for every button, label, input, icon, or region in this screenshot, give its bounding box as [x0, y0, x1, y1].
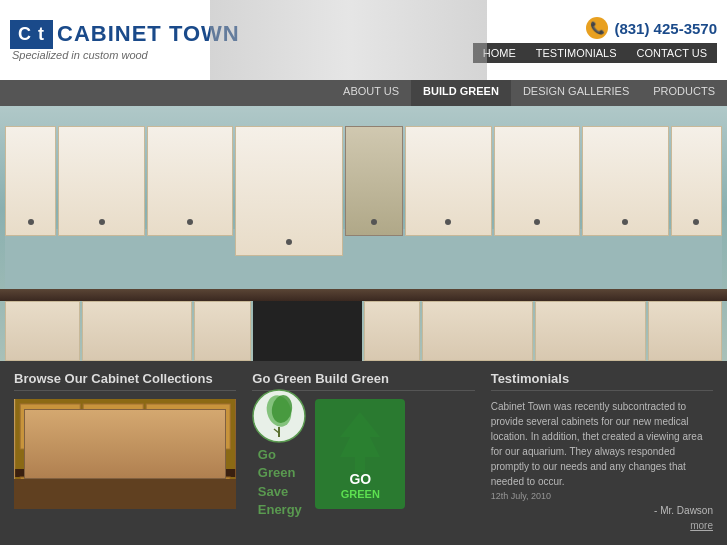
svg-rect-2 [83, 404, 143, 449]
go-green-leaf-icon [252, 389, 307, 444]
nav-about[interactable]: ABOUT US [331, 80, 411, 106]
svg-point-14 [145, 454, 151, 460]
top-nav: HOME TESTIMONIALS CONTACT US [473, 43, 717, 63]
go-green-badge-svg [325, 407, 395, 477]
svg-rect-1 [20, 404, 80, 449]
cabinet-collections-card: Browse Our Cabinet Collections [10, 371, 240, 535]
hero-image [0, 106, 727, 361]
logo-area: C t CABINET TOWN Specialized in custom w… [10, 20, 240, 61]
phone-number: (831) 425-3570 [614, 20, 717, 37]
cabinet-3 [147, 126, 234, 236]
go-green-title: Go Green Build Green [252, 371, 474, 391]
oven-space [253, 301, 362, 361]
go-green-badge: GO GREEN [315, 399, 405, 508]
logo-subtitle: Specialized in custom wood [12, 49, 148, 61]
header-hero-strip [210, 0, 487, 80]
nav-contact[interactable]: CONTACT US [627, 43, 718, 63]
go-green-area: Go Green Save Energy GO GREEN [252, 399, 474, 509]
cabinet-8 [671, 126, 722, 236]
phone-bar: 📞 (831) 425-3570 [586, 17, 717, 39]
cabinet-2 [58, 126, 145, 236]
svg-rect-3 [146, 404, 230, 449]
testimonial-text: Cabinet Town was recently subcontracted … [491, 399, 713, 489]
kitchen-scene [0, 106, 727, 361]
cabinet-thumb-svg [14, 399, 236, 509]
nav-products[interactable]: PRODUCTS [641, 80, 727, 106]
upper-cabinet-row [0, 126, 727, 236]
svg-rect-12 [97, 453, 137, 467]
svg-point-13 [140, 454, 146, 460]
lower-cab-5 [422, 301, 533, 361]
lower-cab-4 [364, 301, 420, 361]
logo-icon: C t [10, 20, 53, 49]
cabinet-1 [5, 126, 56, 236]
lower-cab-1 [5, 301, 80, 361]
svg-rect-8 [20, 477, 90, 507]
header-right: 📞 (831) 425-3570 HOME TESTIMONIALS CONTA… [473, 17, 717, 63]
cabinet-6 [494, 126, 581, 236]
counter-top [0, 289, 727, 301]
cabinet-5 [405, 126, 492, 236]
nav-testimonials[interactable]: TESTIMONIALS [526, 43, 627, 63]
lower-cab-3 [194, 301, 250, 361]
svg-rect-0 [15, 399, 235, 509]
nav-design-galleries[interactable]: DESIGN GALLERIES [511, 80, 641, 106]
cabinet-7 [582, 126, 669, 236]
lower-cab-2 [82, 301, 193, 361]
testimonials-title: Testimonials [491, 371, 713, 391]
lower-cab-7 [648, 301, 723, 361]
lower-cab-6 [535, 301, 646, 361]
svg-rect-9 [93, 477, 153, 507]
svg-rect-7 [15, 469, 235, 477]
logo-box: C t CABINET TOWN [10, 20, 240, 49]
testimonial-author: - Mr. Dawson [491, 505, 713, 516]
go-green-card: Go Green Build Green Go Green Save Energ… [248, 371, 478, 535]
cabinet-collections-title: Browse Our Cabinet Collections [14, 371, 236, 391]
svg-marker-20 [340, 412, 380, 472]
testimonials-more-link[interactable]: more [491, 520, 713, 531]
svg-point-4 [68, 425, 72, 429]
bottom-section: Browse Our Cabinet Collections [0, 361, 727, 545]
lower-cab-row [0, 301, 727, 361]
svg-rect-10 [156, 477, 230, 507]
go-badge-green: GREEN [325, 488, 395, 501]
go-green-left: Go Green Save Energy [252, 389, 307, 519]
svg-rect-11 [95, 451, 153, 469]
go-green-text: Go Green Save Energy [258, 446, 302, 519]
cabinet-center [235, 126, 343, 256]
testimonial-date: 12th July, 2010 [491, 491, 713, 501]
backsplash [5, 229, 722, 289]
svg-point-6 [208, 425, 212, 429]
svg-point-5 [131, 425, 135, 429]
nav-build-green[interactable]: BUILD GREEN [411, 80, 511, 106]
phone-icon: 📞 [586, 17, 608, 39]
testimonials-card: Testimonials Cabinet Town was recently s… [487, 371, 717, 535]
cabinet-glass [345, 126, 403, 236]
header: C t CABINET TOWN Specialized in custom w… [0, 0, 727, 80]
cabinet-collection-thumbnail[interactable] [14, 399, 236, 509]
secondary-nav: ABOUT US BUILD GREEN DESIGN GALLERIES PR… [0, 80, 727, 106]
